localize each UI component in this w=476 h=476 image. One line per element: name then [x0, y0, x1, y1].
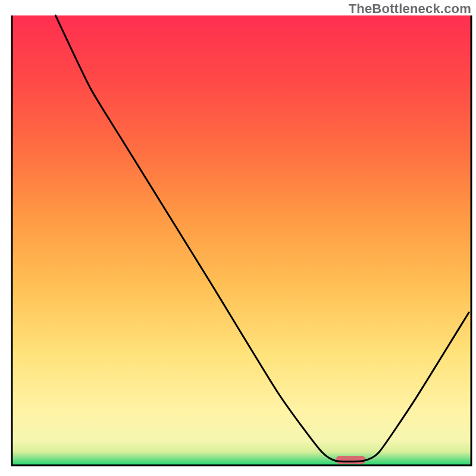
watermark-text: TheBottleneck.com	[349, 1, 471, 17]
gradient-background	[12, 15, 471, 465]
chart-container: TheBottleneck.com	[0, 0, 476, 476]
chart-svg	[0, 0, 476, 476]
plot-area	[12, 15, 471, 465]
optimal-marker	[336, 456, 365, 464]
